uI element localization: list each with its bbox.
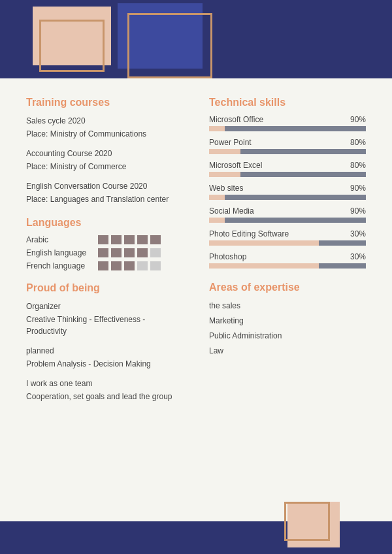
dot bbox=[150, 248, 161, 257]
proud-item-1-role: Organizer bbox=[26, 301, 183, 312]
skill-percent-2: 80% bbox=[350, 161, 366, 170]
skill-bar-bg-3 bbox=[209, 195, 366, 200]
skill-bar-bg-1 bbox=[209, 149, 366, 154]
skill-percent-1: 80% bbox=[350, 138, 366, 147]
expertise-title: Areas of expertise bbox=[209, 282, 366, 293]
skill-row-3: Web sites90% bbox=[209, 184, 366, 200]
dot bbox=[98, 248, 108, 257]
language-french: French language bbox=[26, 261, 183, 270]
dot bbox=[150, 261, 161, 270]
skills-container: Microsoft Office90%Power Point80%Microso… bbox=[209, 115, 366, 269]
skill-percent-5: 30% bbox=[350, 229, 366, 238]
skill-bar-bg-4 bbox=[209, 218, 366, 223]
dot bbox=[150, 235, 161, 244]
left-column: Training courses Sales cycle 2020 Place:… bbox=[26, 97, 189, 508]
skill-percent-0: 90% bbox=[350, 115, 366, 124]
training-title: Training courses bbox=[26, 97, 183, 108]
skill-row-5: Photo Editing Software30% bbox=[209, 229, 366, 246]
language-french-label: French language bbox=[26, 261, 98, 270]
proud-item-1: Organizer Creative Thinking - Effectiven… bbox=[26, 301, 183, 337]
proud-title: Proud of being bbox=[26, 282, 183, 294]
language-arabic: Arabic bbox=[26, 235, 183, 244]
skill-bar-fill-2 bbox=[240, 172, 366, 177]
training-section: Training courses Sales cycle 2020 Place:… bbox=[26, 97, 183, 205]
dot bbox=[137, 261, 148, 270]
skill-row-1: Power Point80% bbox=[209, 138, 366, 154]
proud-item-2-desc: Problem Analysis - Decision Making bbox=[26, 358, 183, 370]
languages-section: Languages Arabic English language bbox=[26, 217, 183, 270]
dot bbox=[98, 261, 108, 270]
skill-bar-fill-4 bbox=[225, 218, 366, 223]
technical-skills-title: Technical skills bbox=[209, 97, 366, 108]
skill-bar-bg-2 bbox=[209, 172, 366, 177]
expertise-item-2: Public Administration bbox=[209, 330, 366, 342]
language-arabic-label: Arabic bbox=[26, 235, 98, 244]
proud-section: Proud of being Organizer Creative Thinki… bbox=[26, 282, 183, 402]
skill-bar-fill-1 bbox=[240, 149, 366, 154]
language-arabic-dots bbox=[98, 235, 161, 244]
training-item-2-place: Place: Ministry of Commerce bbox=[26, 161, 183, 172]
skill-name-0: Microsoft Office bbox=[209, 115, 263, 124]
skill-bar-fill-5 bbox=[319, 240, 366, 246]
skill-row-0: Microsoft Office90% bbox=[209, 115, 366, 131]
training-item-1: Sales cycle 2020 Place: Ministry of Comm… bbox=[26, 115, 183, 140]
dot bbox=[111, 235, 122, 244]
dot bbox=[111, 261, 122, 270]
skill-bar-bg-0 bbox=[209, 126, 366, 131]
skill-percent-3: 90% bbox=[350, 184, 366, 193]
skill-bar-fill-6 bbox=[319, 263, 366, 269]
dot bbox=[111, 248, 122, 257]
expertise-item-1: Marketing bbox=[209, 315, 366, 327]
skill-bar-bg-6 bbox=[209, 263, 366, 269]
skill-name-3: Web sites bbox=[209, 184, 243, 193]
header-peach-outline bbox=[39, 20, 105, 72]
skill-name-2: Microsoft Excel bbox=[209, 161, 262, 170]
footer bbox=[0, 521, 392, 554]
skill-bar-fill-0 bbox=[225, 126, 366, 131]
right-column: Technical skills Microsoft Office90%Powe… bbox=[203, 97, 366, 508]
expertise-container: the salesMarketingPublic AdministrationL… bbox=[209, 300, 366, 357]
skill-bar-bg-5 bbox=[209, 240, 366, 246]
proud-item-3: I work as one team Cooperation, set goal… bbox=[26, 378, 183, 402]
expertise-section: Areas of expertise the salesMarketingPub… bbox=[209, 282, 366, 357]
main-content: Training courses Sales cycle 2020 Place:… bbox=[0, 78, 392, 521]
header bbox=[0, 0, 392, 78]
expertise-item-3: Law bbox=[209, 345, 366, 357]
training-item-3-title: English Conversation Course 2020 bbox=[26, 180, 183, 192]
language-french-dots bbox=[98, 261, 161, 270]
language-english-dots bbox=[98, 248, 161, 257]
technical-skills-section: Technical skills Microsoft Office90%Powe… bbox=[209, 97, 366, 269]
footer-peach-outline bbox=[284, 502, 330, 541]
dot bbox=[124, 248, 135, 257]
proud-item-2: planned Problem Analysis - Decision Maki… bbox=[26, 345, 183, 370]
proud-item-1-desc: Creative Thinking - Effectiveness - Prod… bbox=[26, 314, 183, 337]
skill-name-5: Photo Editing Software bbox=[209, 229, 289, 238]
proud-item-3-role: I work as one team bbox=[26, 378, 183, 389]
expertise-item-0: the sales bbox=[209, 300, 366, 312]
skill-name-6: Photoshop bbox=[209, 252, 246, 261]
skill-row-2: Microsoft Excel80% bbox=[209, 161, 366, 177]
skill-row-6: Photoshop30% bbox=[209, 252, 366, 269]
skill-row-4: Social Media90% bbox=[209, 206, 366, 223]
training-item-3-place: Place: Languages and Translation center bbox=[26, 193, 183, 205]
dot bbox=[137, 235, 148, 244]
skill-percent-6: 30% bbox=[350, 252, 366, 261]
languages-title: Languages bbox=[26, 217, 183, 229]
training-item-3: English Conversation Course 2020 Place: … bbox=[26, 180, 183, 205]
training-item-1-place: Place: Ministry of Communications bbox=[26, 128, 183, 140]
language-english-label: English language bbox=[26, 248, 98, 257]
training-item-1-title: Sales cycle 2020 bbox=[26, 115, 183, 127]
header-peach-outline2 bbox=[127, 13, 212, 78]
dot bbox=[98, 235, 108, 244]
training-item-2: Accounting Course 2020 Place: Ministry o… bbox=[26, 148, 183, 172]
skill-name-4: Social Media bbox=[209, 206, 254, 216]
language-english: English language bbox=[26, 248, 183, 257]
dot bbox=[137, 248, 148, 257]
proud-item-3-desc: Cooperation, set goals and lead the grou… bbox=[26, 391, 183, 402]
training-item-2-title: Accounting Course 2020 bbox=[26, 148, 183, 159]
skill-name-1: Power Point bbox=[209, 138, 252, 147]
dot bbox=[124, 235, 135, 244]
skill-percent-4: 90% bbox=[350, 206, 366, 216]
proud-item-2-role: planned bbox=[26, 345, 183, 357]
dot bbox=[124, 261, 135, 270]
